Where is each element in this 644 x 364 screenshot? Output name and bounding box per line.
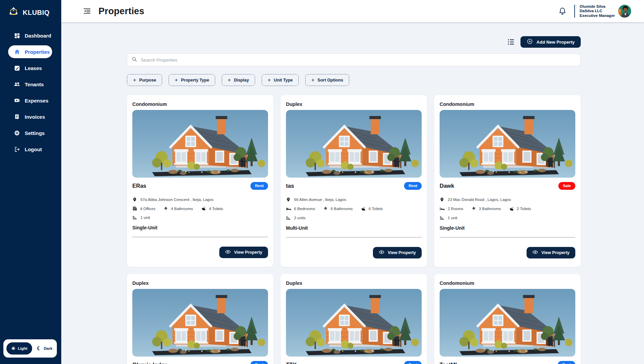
sidebar-item-invoices[interactable]: Invoices <box>0 109 61 125</box>
sidebar-item-expenses[interactable]: Expenses <box>0 92 61 109</box>
fact-text: 2 Rooms <box>448 207 463 211</box>
avatar[interactable] <box>618 5 631 18</box>
logout-icon <box>14 146 20 153</box>
property-address: 23 Mac Donald Road , Lagos, Lagos <box>448 198 511 202</box>
units-icon <box>286 215 291 220</box>
property-name: TestMl <box>440 362 457 364</box>
properties-toolbar: Add New Property <box>127 36 581 48</box>
dark-mode-button[interactable]: ☾ Dark <box>36 345 54 351</box>
fact-text: 6 Bedrooms <box>294 207 315 211</box>
units-icon <box>440 215 444 220</box>
fact-text: 4 Offices <box>140 207 155 211</box>
property-card: Duplex Glumia lodge Rent <box>127 274 273 364</box>
property-type-label: Condomonium <box>440 274 575 286</box>
filter-sort-options[interactable]: +Sort Options <box>305 74 349 86</box>
view-property-button[interactable]: View Property <box>373 247 422 258</box>
sale-badge: Sale <box>558 182 575 190</box>
sidebar-item-properties[interactable]: Properties <box>8 45 52 58</box>
property-type-label: Duplex <box>132 274 268 286</box>
filter-chips: +Purpose +Property Type +Display +Unit T… <box>127 74 349 86</box>
bathrooms-icon <box>163 206 168 211</box>
view-property-label: View Property <box>541 250 570 255</box>
unit-type-label: Multi-Unit <box>286 225 422 231</box>
unit-type-label: Single-Unit <box>440 225 575 231</box>
plus-icon: + <box>175 77 178 83</box>
filter-display[interactable]: +Display <box>222 74 255 86</box>
sidebar-item-label: Tenants <box>25 82 44 87</box>
view-property-button[interactable]: View Property <box>527 247 575 258</box>
light-label: Light <box>18 346 27 350</box>
fact-text: 6 Bathrooms <box>331 207 353 211</box>
view-property-button[interactable]: View Property <box>219 247 268 258</box>
sidebar-item-settings[interactable]: ⚙ Settings <box>0 125 61 141</box>
rent-badge: Rent <box>404 361 422 364</box>
property-name: ERas <box>132 183 146 189</box>
rent-badge: Rent <box>250 361 268 364</box>
sidebar-item-label: Invoices <box>25 114 45 120</box>
dark-label: Dark <box>44 346 52 350</box>
property-card: Duplex tas Rent 56 Allen Avenue , Ikeja,… <box>281 95 427 267</box>
fact-text: 3 Bathrooms <box>479 207 501 211</box>
moon-icon: ☾ <box>37 345 41 351</box>
units-icon <box>132 215 137 220</box>
light-mode-button[interactable]: ☀ Light <box>6 342 32 355</box>
filter-label: Purpose <box>139 78 156 83</box>
card-divider <box>440 237 575 237</box>
dashboard-icon <box>14 32 20 39</box>
plus-icon: + <box>268 77 271 83</box>
card-divider <box>132 237 268 237</box>
toilets-icon <box>201 206 206 211</box>
plus-icon: + <box>228 77 231 83</box>
list-view-icon[interactable] <box>507 38 515 46</box>
property-type-label: Duplex <box>286 274 422 286</box>
sidebar-item-tenants[interactable]: Tenants <box>0 76 61 92</box>
property-address: 56 Allen Avenue , Ikeja, Lagos <box>294 198 346 202</box>
property-image <box>440 289 575 357</box>
add-new-property-label: Add New Property <box>536 40 575 45</box>
sidebar-item-logout[interactable]: Logout <box>0 141 61 157</box>
filter-label: Sort Options <box>317 78 343 83</box>
property-name: TTY <box>286 362 296 364</box>
sidebar-item-leases[interactable]: Leases <box>0 60 61 76</box>
property-name: Glumia lodge <box>132 362 168 364</box>
sidebar-collapse-icon[interactable] <box>83 7 91 15</box>
property-image <box>440 110 575 178</box>
filter-label: Display <box>234 78 249 83</box>
units-count: 1 unit <box>140 215 150 220</box>
header: Properties Olumide Silva DaSilva LLC Exe… <box>61 0 644 22</box>
sidebar-item-label: Logout <box>25 146 42 152</box>
sidebar-item-label: Leases <box>25 65 42 71</box>
property-type-label: Condomonium <box>440 95 575 107</box>
property-type-label: Duplex <box>286 95 422 107</box>
add-new-property-button[interactable]: Add New Property <box>520 36 581 48</box>
rent-badge: Rent <box>558 361 575 364</box>
sidebar-nav: Dashboard Properties Lea <box>0 27 61 157</box>
sun-icon: ☀ <box>11 346 16 351</box>
home-icon <box>14 48 20 55</box>
plus-circle-icon <box>527 38 533 46</box>
property-image <box>286 289 422 357</box>
notification-bell-icon[interactable] <box>558 7 567 16</box>
filter-purpose[interactable]: +Purpose <box>127 74 162 86</box>
location-pin-icon <box>132 197 137 202</box>
sidebar-item-label: Expenses <box>25 98 48 104</box>
property-card: Condomonium Dawk Sale 23 Mac Donald Road… <box>434 95 581 267</box>
property-card: Duplex TTY Rent <box>281 274 427 364</box>
property-card: Condomonium ERas Rent 67a Abba Johnson C… <box>127 95 273 267</box>
property-image <box>132 289 268 357</box>
property-name: tas <box>286 183 294 189</box>
filter-unit-type[interactable]: +Unit Type <box>262 74 299 86</box>
sidebar-item-dashboard[interactable]: Dashboard <box>0 27 61 44</box>
offices-icon <box>132 206 137 211</box>
fact-text: 4 Bathrooms <box>171 207 193 211</box>
units-count: 2 units <box>294 216 306 220</box>
fact-text: 6 Toilets <box>369 207 383 211</box>
unit-type-label: Single-Unit <box>132 225 268 230</box>
filter-label: Unit Type <box>274 78 293 83</box>
toilets-icon <box>509 206 514 211</box>
rooms-icon <box>440 206 445 211</box>
fact-text: 2 Toilets <box>517 207 531 211</box>
search-input[interactable] <box>141 58 576 63</box>
filter-property-type[interactable]: +Property Type <box>169 74 215 86</box>
location-pin-icon <box>440 197 444 202</box>
